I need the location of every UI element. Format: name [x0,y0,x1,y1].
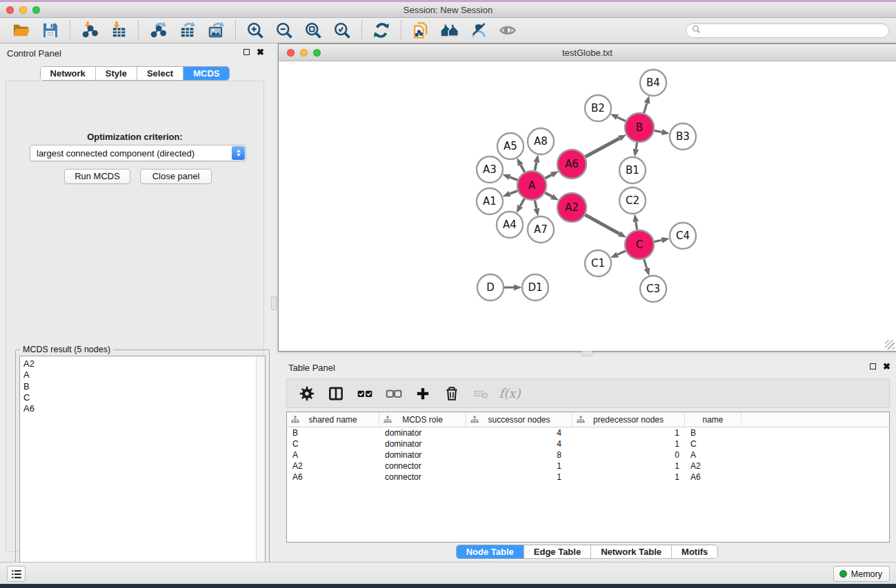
edge-B-B1[interactable] [636,143,637,150]
split-view-button[interactable] [323,382,349,405]
vertical-splitter-grip[interactable] [271,296,277,310]
edge-A-A7[interactable] [535,201,536,209]
node-A8[interactable]: A8 [528,128,554,154]
import-network-button[interactable] [75,20,104,41]
import-table-button[interactable] [104,20,133,41]
node-A6[interactable]: A6 [557,150,586,179]
edge-A-A6[interactable] [545,175,552,179]
toggle-graphics-details-button[interactable] [464,20,493,41]
edge-A-A5[interactable] [521,165,525,172]
node-C[interactable]: C [625,230,654,259]
table-row-C[interactable]: Cdominator41C [287,438,889,449]
close-panel-button[interactable]: Close panel [140,169,212,184]
cell-predecessor-nodes[interactable]: 0 [573,449,685,460]
cell-successor-nodes[interactable]: 4 [466,438,573,449]
cell-predecessor-nodes[interactable]: 1 [573,460,685,472]
memory-button[interactable]: Memory [833,566,890,582]
cell-shared-name[interactable]: A [287,449,379,460]
edge-C-C4[interactable] [655,240,662,241]
horizontal-splitter-grip[interactable] [581,351,593,356]
node-C4[interactable]: C4 [670,223,696,249]
result-item[interactable]: A6 [20,403,265,414]
cell-successor-nodes[interactable]: 1 [466,472,573,483]
deselect-all-button[interactable] [381,382,407,405]
cell-name[interactable]: A6 [685,472,741,483]
edge-B-B2[interactable] [617,117,626,121]
node-B3[interactable]: B3 [670,123,696,150]
cell-name[interactable]: A [685,449,741,460]
node-A5[interactable]: A5 [497,133,524,159]
node-A7[interactable]: A7 [528,216,554,243]
result-item[interactable]: A [20,369,265,381]
table-row-A2[interactable]: A2connector11A2 [287,460,889,472]
edge-A-A4[interactable] [520,199,524,206]
tab-style[interactable]: Style [95,67,137,80]
add-column-button[interactable] [410,382,436,405]
export-network-button[interactable] [143,20,172,41]
edge-A-A2[interactable] [545,193,552,197]
node-B4[interactable]: B4 [640,70,666,96]
tab-mcds[interactable]: MCDS [183,67,229,80]
cell-shared-name[interactable]: A6 [287,472,379,483]
node-B2[interactable]: B2 [585,95,611,121]
column-header-predecessor-nodes[interactable]: predecessor nodes [573,412,685,427]
edge-B-B3[interactable] [655,130,662,132]
cell-MCDS-role[interactable]: dominator [379,449,466,460]
column-header-shared-name[interactable]: shared name [287,412,379,427]
node-C3[interactable]: C3 [640,276,666,302]
run-mcds-button[interactable]: Run MCDS [64,169,130,184]
table-tab-edge-table[interactable]: Edge Table [524,545,590,558]
edge-A2-C[interactable] [585,215,619,234]
cell-successor-nodes[interactable]: 8 [466,449,573,460]
show-details-eye-button[interactable] [493,20,522,41]
column-header-name[interactable]: name [685,412,741,427]
result-item[interactable]: C [20,392,265,403]
cell-name[interactable]: B [685,427,741,438]
table-row-B[interactable]: Bdominator41B [287,427,889,438]
table-row-A6[interactable]: A6connector11A6 [287,472,889,483]
node-C2[interactable]: C2 [619,187,646,214]
tab-select[interactable]: Select [137,67,183,80]
zoom-in-button[interactable] [241,20,270,41]
close-table-panel-icon[interactable]: ✖ [883,363,890,370]
column-header-MCDS-role[interactable]: MCDS role [379,412,466,427]
float-panel-icon[interactable] [243,49,250,55]
node-A4[interactable]: A4 [497,212,523,238]
task-history-button[interactable] [7,566,26,582]
table-tab-motifs[interactable]: Motifs [671,545,717,558]
float-table-panel-icon[interactable] [870,363,876,369]
cell-name[interactable]: A2 [685,460,741,472]
search-input[interactable] [704,26,883,35]
network-window-titlebar[interactable]: testGlobe.txt [279,44,896,61]
search-box[interactable] [686,23,889,38]
cell-MCDS-role[interactable]: connector [379,472,466,483]
edge-B-B4[interactable] [644,103,647,113]
home-button[interactable] [435,20,464,41]
refresh-layout-button[interactable] [367,20,396,41]
cell-name[interactable]: C [685,438,741,449]
cell-successor-nodes[interactable]: 4 [466,427,573,438]
node-B[interactable]: B [625,113,654,142]
result-item[interactable]: B [20,381,265,392]
network-canvas[interactable]: B4B2BB3A8A5A6A3B1AA1C2A2A4A7C4CC1C3DD1 [279,61,896,351]
node-D1[interactable]: D1 [522,274,548,301]
edge-A6-B[interactable] [585,139,619,157]
window-resize-grip[interactable] [885,340,895,349]
cell-shared-name[interactable]: B [287,427,379,438]
cell-successor-nodes[interactable]: 1 [466,460,573,472]
tab-network[interactable]: Network [41,67,95,80]
open-button[interactable] [7,20,36,41]
node-A2[interactable]: A2 [557,193,586,222]
save-button[interactable] [36,20,65,41]
node-A1[interactable]: A1 [477,188,503,214]
export-table-button[interactable] [172,20,201,41]
clone-network-button[interactable] [406,20,435,41]
export-image-button[interactable] [201,20,230,41]
table-tab-network-table[interactable]: Network Table [590,545,671,558]
column-header-successor-nodes[interactable]: successor nodes [466,412,573,427]
cell-predecessor-nodes[interactable]: 1 [573,438,685,449]
mcds-result-list[interactable]: A2ABCA6 [19,356,266,585]
close-panel-icon[interactable]: ✖ [257,48,264,56]
edge-C-C2[interactable] [636,222,637,230]
result-item[interactable]: A2 [20,358,265,369]
